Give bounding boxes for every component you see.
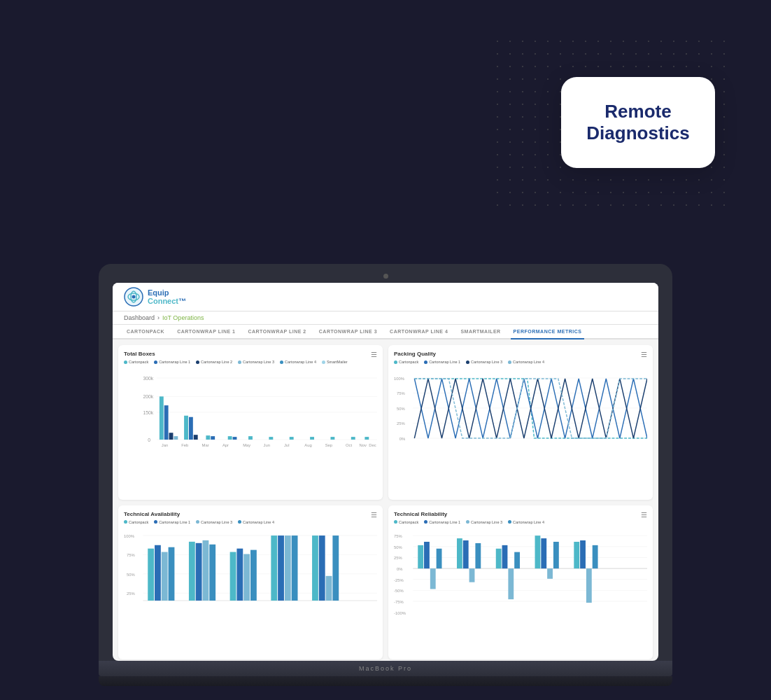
tr-legend-line4: Cartonwrap Line 4 <box>508 520 544 524</box>
dashboard-header: Equip Connect™ <box>113 283 658 312</box>
svg-rect-96 <box>418 545 423 568</box>
pq-legend-line4: Cartonwrap Line 4 <box>508 360 544 364</box>
svg-rect-100 <box>457 538 462 568</box>
pq-legend-line1: Cartonwrap Line 1 <box>424 360 460 364</box>
svg-text:Feb: Feb <box>181 443 189 447</box>
tr-legend-line3: Cartonwrap Line 3 <box>466 520 502 524</box>
tab-cartonwrap-line1[interactable]: CARTONWRAP LINE 1 <box>174 325 238 338</box>
packing-quality-legend: Cartonpack Cartonwrap Line 1 Cartonwrap … <box>394 360 647 364</box>
ta-legend-line4: Cartonwrap Line 4 <box>238 520 274 524</box>
svg-rect-67 <box>203 540 209 600</box>
svg-rect-28 <box>351 437 355 440</box>
svg-rect-29 <box>365 437 369 440</box>
pq-legend-cartonpack: Cartonpack <box>394 360 418 364</box>
svg-point-3 <box>132 295 136 299</box>
svg-text:50%: 50% <box>397 407 405 411</box>
svg-rect-21 <box>228 436 232 440</box>
svg-rect-14 <box>169 433 174 440</box>
svg-rect-72 <box>250 550 257 600</box>
tab-cartonwrap-line2[interactable]: CARTONWRAP LINE 2 <box>245 325 309 338</box>
svg-rect-65 <box>189 541 195 600</box>
chart-technical-availability: Technical Availability ☰ Cartonpack <box>118 505 383 660</box>
svg-rect-98 <box>430 568 436 589</box>
svg-rect-63 <box>162 552 168 600</box>
svg-rect-15 <box>174 436 178 440</box>
svg-rect-105 <box>502 545 508 568</box>
tr-legend-cartonpack: Cartonpack <box>394 520 418 524</box>
tr-legend-line1: Cartonwrap Line 1 <box>424 520 460 524</box>
ta-legend-cartonpack: Cartonpack <box>124 520 148 524</box>
svg-rect-108 <box>535 536 541 568</box>
laptop-base: MacBook Pro <box>99 661 672 676</box>
svg-text:Aug: Aug <box>304 443 311 447</box>
svg-rect-24 <box>269 437 273 440</box>
svg-rect-110 <box>547 568 553 579</box>
charts-area: Total Boxes ☰ Cartonpack Cart <box>113 340 658 661</box>
svg-rect-25 <box>290 437 294 440</box>
svg-rect-23 <box>248 436 253 440</box>
svg-rect-61 <box>148 548 154 600</box>
nav-tabs: CARTONPACK CARTONWRAP LINE 1 CARTONWRAP … <box>113 325 658 340</box>
legend-cartonpack: Cartonpack <box>124 360 148 364</box>
svg-rect-26 <box>310 437 314 440</box>
svg-rect-19 <box>206 435 210 440</box>
svg-rect-69 <box>230 552 236 600</box>
svg-text:25%: 25% <box>127 592 135 596</box>
legend-cartonwrap-line1: Cartonwrap Line 1 <box>154 360 190 364</box>
svg-rect-112 <box>574 541 579 568</box>
legend-cartonwrap-line4: Cartonwrap Line 4 <box>280 360 316 364</box>
chart-total-boxes-title: Total Boxes <box>124 351 377 357</box>
remote-diagnostics-card: Remote Diagnostics <box>561 77 715 168</box>
tab-cartonwrap-line4[interactable]: CARTONWRAP LINE 4 <box>387 325 451 338</box>
svg-text:25%: 25% <box>394 556 402 560</box>
svg-rect-113 <box>580 540 586 568</box>
svg-text:Apr: Apr <box>222 443 229 447</box>
svg-text:Jul: Jul <box>284 443 290 447</box>
svg-rect-20 <box>211 436 215 440</box>
svg-rect-109 <box>541 538 546 568</box>
scene: Remote Diagnostics <box>0 0 771 700</box>
laptop-screen: Equip Connect™ Dashboard › IoT Operation… <box>113 283 658 661</box>
svg-rect-80 <box>332 536 339 601</box>
svg-text:Sep: Sep <box>325 443 333 447</box>
tab-cartonwrap-line3[interactable]: CARTONWRAP LINE 3 <box>316 325 380 338</box>
svg-rect-13 <box>164 405 169 440</box>
svg-rect-68 <box>209 544 215 600</box>
tech-rel-svg: 75% 50% 25% 0% -25% -50% -75% -100% <box>394 527 647 618</box>
svg-rect-22 <box>233 437 237 440</box>
svg-rect-74 <box>278 536 284 601</box>
svg-rect-76 <box>292 536 298 601</box>
tech-avail-svg: 100% 75% 50% 25% <box>124 527 377 611</box>
svg-rect-107 <box>514 552 520 568</box>
laptop: Equip Connect™ Dashboard › IoT Operation… <box>99 264 672 686</box>
svg-text:-100%: -100% <box>394 610 406 615</box>
svg-text:-50%: -50% <box>394 589 404 593</box>
chart-avail-menu-icon[interactable]: ☰ <box>371 511 377 519</box>
svg-text:150k: 150k <box>143 410 153 415</box>
svg-rect-114 <box>586 568 592 603</box>
chart-packing-menu-icon[interactable]: ☰ <box>641 351 647 358</box>
svg-rect-75 <box>285 536 291 601</box>
svg-rect-27 <box>330 437 334 440</box>
svg-rect-101 <box>463 540 469 568</box>
logo-icon <box>124 287 143 307</box>
svg-text:75%: 75% <box>394 534 402 538</box>
svg-text:-25%: -25% <box>394 578 404 582</box>
svg-text:0: 0 <box>148 438 150 442</box>
svg-rect-77 <box>312 536 318 601</box>
logo-text: Equip Connect™ <box>148 288 186 305</box>
chart-rel-menu-icon[interactable]: ☰ <box>641 511 647 519</box>
svg-text:75%: 75% <box>127 553 135 557</box>
chart-total-boxes-legend: Cartonpack Cartonwrap Line 1 Cartonwrap … <box>124 360 377 364</box>
tab-performance-metrics[interactable]: PERFORMANCE METRICS <box>511 325 585 340</box>
tab-cartonpack[interactable]: CARTONPACK <box>124 325 167 338</box>
svg-text:50%: 50% <box>127 572 135 576</box>
svg-text:Oct: Oct <box>346 443 352 447</box>
tab-smartmailer[interactable]: SMARTMAILER <box>458 325 503 338</box>
chart-menu-icon[interactable]: ☰ <box>371 351 377 358</box>
svg-rect-16 <box>184 416 188 440</box>
svg-rect-64 <box>169 547 175 600</box>
svg-text:Mar: Mar <box>202 443 209 447</box>
svg-text:300k: 300k <box>143 376 153 381</box>
logo-area: Equip Connect™ <box>124 287 186 307</box>
